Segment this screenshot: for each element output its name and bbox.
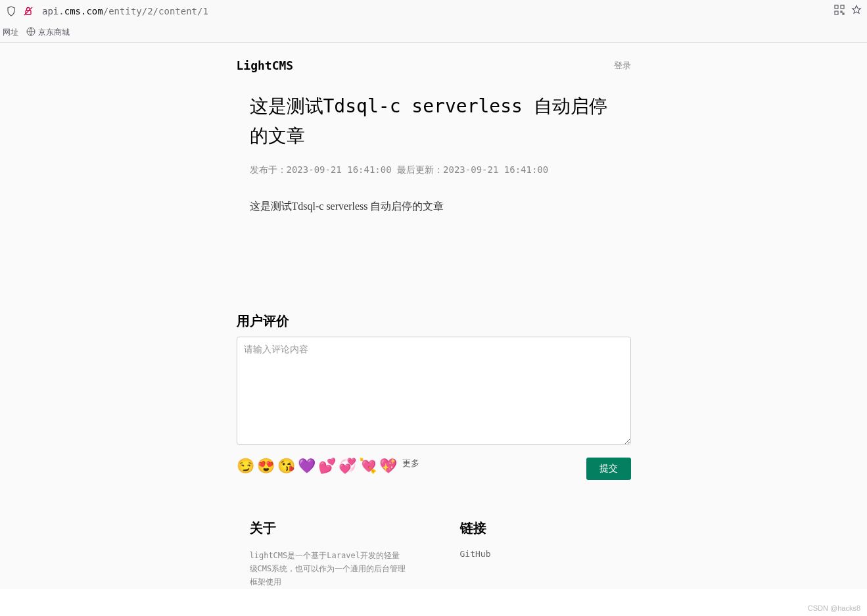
bookmark-bar: 网址 京东商城 bbox=[0, 22, 867, 42]
site-header: LightCMS 登录 bbox=[237, 43, 631, 85]
address-right-icons bbox=[834, 5, 862, 18]
globe-icon bbox=[26, 27, 35, 38]
url-domain: cms.com bbox=[64, 6, 103, 16]
emoji-heart-eyes[interactable]: 😍 bbox=[257, 458, 275, 475]
page-body: LightCMS 登录 这是测试Tdsql-c serverless 自动启停的… bbox=[0, 43, 867, 589]
emoji-revolving-hearts[interactable]: 💞 bbox=[339, 458, 356, 475]
svg-rect-2 bbox=[835, 5, 838, 9]
article-title: 这是测试Tdsql-c serverless 自动启停的文章 bbox=[250, 92, 618, 151]
submit-button[interactable]: 提交 bbox=[586, 458, 631, 480]
shield-icon[interactable] bbox=[5, 5, 17, 17]
emoji-purple-heart[interactable]: 💜 bbox=[298, 458, 316, 475]
bookmark-item-2[interactable]: 京东商城 bbox=[26, 27, 70, 38]
svg-rect-5 bbox=[841, 11, 842, 12]
star-icon[interactable] bbox=[851, 5, 862, 18]
article-meta: 发布于：2023-09-21 16:41:00 最后更新：2023-09-21 … bbox=[250, 164, 618, 176]
footer-about-text: lightCMS是一个基于Laravel开发的轻量级CMS系统，也可以作为一个通… bbox=[250, 549, 408, 589]
svg-rect-4 bbox=[835, 11, 838, 14]
footer-links-title: 链接 bbox=[460, 519, 618, 537]
emoji-row: 😏 😍 😘 💜 💕 💞 💘 💖 更多 bbox=[237, 458, 419, 475]
emoji-sparkle-heart[interactable]: 💖 bbox=[379, 458, 397, 475]
emoji-kiss[interactable]: 😘 bbox=[277, 458, 295, 475]
emoji-heart-arrow[interactable]: 💘 bbox=[359, 458, 377, 475]
footer: 关于 lightCMS是一个基于Laravel开发的轻量级CMS系统，也可以作为… bbox=[237, 500, 631, 589]
emoji-smirk[interactable]: 😏 bbox=[237, 458, 254, 475]
login-link[interactable]: 登录 bbox=[614, 60, 631, 72]
svg-rect-6 bbox=[843, 13, 844, 14]
address-bar: api.cms.com/entity/2/content/1 bbox=[0, 0, 867, 22]
url-prefix: api. bbox=[42, 6, 64, 16]
bookmark-label: 网址 bbox=[3, 27, 18, 38]
footer-about: 关于 lightCMS是一个基于Laravel开发的轻量级CMS系统，也可以作为… bbox=[250, 519, 408, 589]
content-wrapper: LightCMS 登录 这是测试Tdsql-c serverless 自动启停的… bbox=[237, 43, 631, 589]
comments-title: 用户评价 bbox=[237, 312, 631, 330]
url-text[interactable]: api.cms.com/entity/2/content/1 bbox=[39, 6, 834, 16]
footer-links: 链接 GitHub bbox=[460, 519, 618, 589]
comment-actions: 😏 😍 😘 💜 💕 💞 💘 💖 更多 提交 bbox=[237, 458, 631, 480]
article: 这是测试Tdsql-c serverless 自动启停的文章 发布于：2023-… bbox=[237, 85, 631, 214]
brand-logo[interactable]: LightCMS bbox=[237, 59, 294, 72]
comments-section: 用户评价 😏 😍 😘 💜 💕 💞 💘 💖 更多 提交 bbox=[237, 312, 631, 500]
browser-chrome: api.cms.com/entity/2/content/1 网址 京东商城 bbox=[0, 0, 867, 43]
emoji-more-link[interactable]: 更多 bbox=[402, 458, 419, 469]
article-content: 这是测试Tdsql-c serverless 自动启停的文章 bbox=[250, 200, 618, 214]
qr-icon[interactable] bbox=[834, 5, 845, 18]
bookmark-item-1[interactable]: 网址 bbox=[3, 27, 18, 38]
footer-link-github[interactable]: GitHub bbox=[460, 549, 618, 559]
bookmark-label: 京东商城 bbox=[38, 27, 70, 38]
emoji-two-hearts[interactable]: 💕 bbox=[318, 458, 336, 475]
svg-rect-3 bbox=[841, 5, 844, 9]
lock-insecure-icon[interactable] bbox=[22, 5, 34, 17]
footer-about-title: 关于 bbox=[250, 519, 408, 537]
comment-input[interactable] bbox=[237, 337, 631, 445]
url-path: /entity/2/content/1 bbox=[103, 6, 208, 16]
